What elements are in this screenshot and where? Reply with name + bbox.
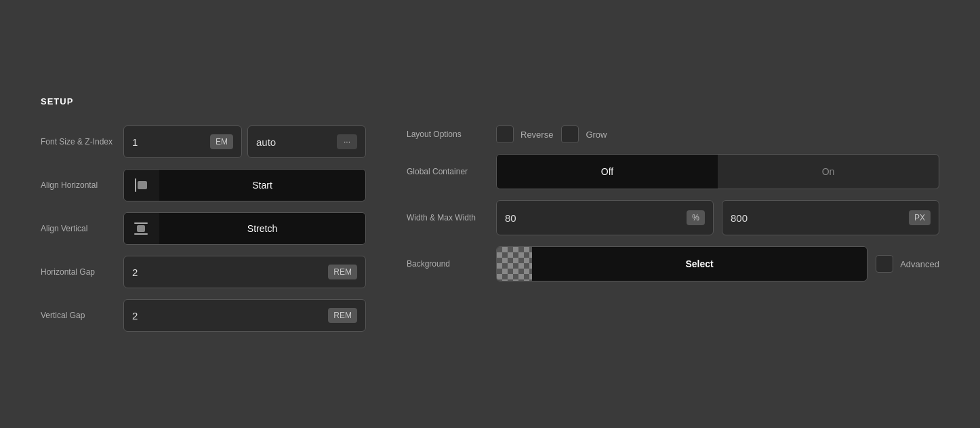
align-v-segment[interactable]: Stretch (123, 212, 366, 245)
svg-rect-2 (134, 222, 148, 224)
advanced-label[interactable]: Advanced (900, 259, 939, 269)
advanced-option: Advanced (876, 255, 939, 273)
align-v-controls: Stretch (123, 212, 366, 245)
background-label: Background (407, 258, 488, 270)
font-size-unit[interactable]: EM (210, 134, 233, 149)
align-h-icon[interactable] (124, 170, 159, 201)
maxwidth-value: 800 (731, 212, 903, 224)
h-gap-label: Horizontal Gap (41, 267, 115, 278)
align-h-row: Align Horizontal Start (41, 169, 366, 201)
font-size-input[interactable]: 1 EM (123, 125, 242, 158)
width-maxwidth-controls: 80 % 800 PX (496, 200, 939, 235)
layout-options-row: Layout Options Reverse Grow (407, 125, 939, 143)
left-section: Font Size & Z-Index 1 EM auto ··· Align … (41, 125, 366, 332)
background-select-btn[interactable]: Select (532, 247, 867, 281)
align-v-active[interactable]: Stretch (159, 213, 365, 244)
v-gap-input[interactable]: 2 REM (123, 299, 366, 332)
svg-rect-0 (135, 178, 136, 192)
width-value: 80 (505, 212, 681, 224)
panel-body: Font Size & Z-Index 1 EM auto ··· Align … (41, 125, 939, 332)
global-container-off[interactable]: Off (497, 155, 718, 189)
grow-checkbox[interactable] (561, 125, 579, 143)
width-maxwidth-label: Width & Max Width (407, 212, 488, 224)
h-gap-input[interactable]: 2 REM (123, 256, 366, 288)
svg-rect-3 (137, 225, 145, 232)
global-container-label: Global Container (407, 166, 488, 178)
global-container-toggle: Off On (496, 154, 939, 189)
background-controls: Select Advanced (496, 246, 939, 281)
h-gap-unit[interactable]: REM (328, 265, 357, 279)
align-v-svg (134, 221, 150, 236)
align-h-active[interactable]: Start (159, 170, 365, 201)
width-input[interactable]: 80 % (496, 200, 714, 235)
font-size-controls: 1 EM auto ··· (123, 125, 366, 158)
grow-option: Grow (561, 125, 607, 143)
layout-options-controls: Reverse Grow (496, 125, 939, 143)
align-h-controls: Start (123, 169, 366, 201)
maxwidth-unit[interactable]: PX (909, 210, 931, 225)
right-section: Layout Options Reverse Grow Global Conta… (407, 125, 939, 332)
align-v-row: Align Vertical Stretch (41, 212, 366, 245)
advanced-checkbox[interactable] (876, 255, 893, 273)
background-checker (497, 247, 532, 281)
background-row: Background Select Advanced (407, 246, 939, 281)
v-gap-controls: 2 REM (123, 299, 366, 332)
align-v-icon[interactable] (124, 213, 159, 244)
reverse-checkbox[interactable] (496, 125, 514, 143)
h-gap-controls: 2 REM (123, 256, 366, 288)
setup-panel: SETUP Font Size & Z-Index 1 EM auto ··· (41, 96, 939, 332)
align-v-label: Align Vertical (41, 223, 115, 235)
h-gap-value: 2 (132, 267, 323, 278)
svg-rect-1 (138, 181, 147, 189)
h-gap-row: Horizontal Gap 2 REM (41, 256, 366, 288)
font-size-row: Font Size & Z-Index 1 EM auto ··· (41, 125, 366, 158)
width-unit[interactable]: % (687, 210, 705, 225)
background-select[interactable]: Select (496, 246, 867, 281)
font-size-value: 1 (132, 136, 205, 148)
reverse-option: Reverse (496, 125, 553, 143)
reverse-label: Reverse (520, 130, 553, 140)
global-container-controls: Off On (496, 154, 939, 189)
v-gap-label: Vertical Gap (41, 310, 115, 322)
v-gap-unit[interactable]: REM (328, 308, 357, 323)
grow-label: Grow (586, 130, 607, 140)
global-container-on[interactable]: On (718, 155, 939, 189)
zindex-badge[interactable]: ··· (337, 134, 357, 149)
svg-rect-4 (134, 233, 148, 235)
align-h-svg (134, 178, 150, 193)
align-h-label: Align Horizontal (41, 180, 115, 191)
layout-options-label: Layout Options (407, 129, 488, 140)
zindex-value: auto (256, 136, 331, 148)
width-maxwidth-row: Width & Max Width 80 % 800 PX (407, 200, 939, 235)
font-size-label: Font Size & Z-Index (41, 136, 115, 148)
v-gap-value: 2 (132, 310, 323, 322)
zindex-input[interactable]: auto ··· (247, 125, 366, 158)
setup-title: SETUP (41, 96, 939, 106)
v-gap-row: Vertical Gap 2 REM (41, 299, 366, 332)
global-container-row: Global Container Off On (407, 154, 939, 189)
align-h-segment[interactable]: Start (123, 169, 366, 201)
maxwidth-input[interactable]: 800 PX (722, 200, 939, 235)
